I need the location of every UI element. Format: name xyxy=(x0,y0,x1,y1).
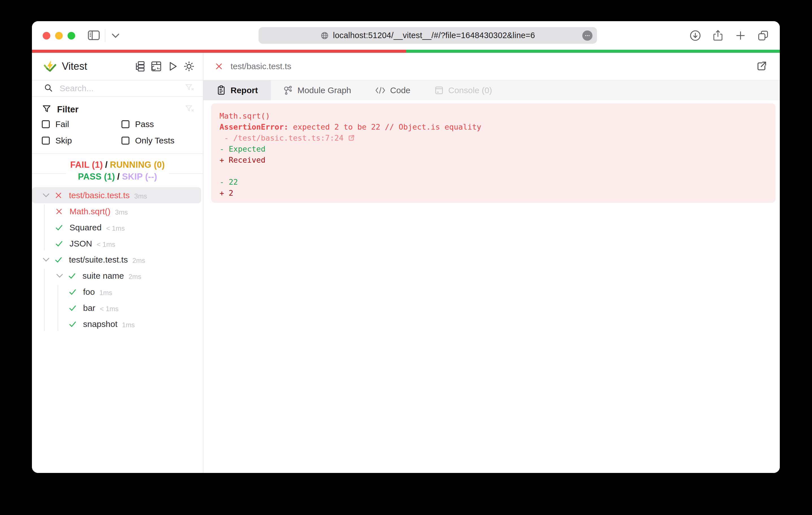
vitest-logo-icon xyxy=(43,60,57,73)
open-in-editor-icon[interactable] xyxy=(348,134,355,142)
filter-only-tests-checkbox[interactable]: Only Tests xyxy=(121,135,194,147)
tree-item-test[interactable]: foo 1ms xyxy=(32,284,203,300)
test-progress-bar xyxy=(32,50,780,53)
collapse-tree-icon[interactable] xyxy=(134,60,146,72)
chevron-down-icon[interactable] xyxy=(42,258,50,262)
checkbox-icon[interactable] xyxy=(121,120,129,128)
checkbox-icon[interactable] xyxy=(42,120,50,128)
tree-item-suite[interactable]: suite name 2ms xyxy=(32,268,203,284)
tree-item-file[interactable]: test/basic.test.ts 3ms xyxy=(32,187,201,203)
search-input[interactable] xyxy=(60,84,185,93)
filter-panel: Filter Fail Pass xyxy=(32,97,203,154)
page-settings-button[interactable] xyxy=(582,30,592,41)
minimize-window-button[interactable] xyxy=(55,32,63,39)
filter-pass-checkbox[interactable]: Pass xyxy=(121,118,194,130)
test-summary: FAIL (1)/RUNNING (0) PASS (1)/SKIP (--) xyxy=(32,154,203,187)
divider xyxy=(168,173,203,174)
view-tabs: Report Module Graph xyxy=(203,81,780,100)
tab-code[interactable]: Code xyxy=(363,81,423,100)
filter-icon xyxy=(42,104,51,115)
browser-window: localhost:51204/__vitest__/#/?file=16484… xyxy=(32,21,780,473)
theme-toggle-icon[interactable] xyxy=(183,60,195,72)
pass-icon xyxy=(68,320,78,328)
sidebar: Vitest xyxy=(32,53,203,473)
diff-expected-label: - Expected xyxy=(220,144,767,154)
error-report: Math.sqrt() AssertionError: expected 2 t… xyxy=(211,103,776,203)
url-text: localhost:51204/__vitest__/#/?file=16484… xyxy=(333,31,535,40)
open-in-editor-icon[interactable] xyxy=(755,60,767,72)
progress-fail-segment xyxy=(32,50,406,53)
globe-icon xyxy=(320,31,329,40)
close-window-button[interactable] xyxy=(43,32,50,39)
maximize-window-button[interactable] xyxy=(67,32,75,39)
code-icon xyxy=(375,86,386,95)
clear-filter-icon[interactable] xyxy=(185,104,194,115)
fail-icon xyxy=(54,208,64,215)
summary-line-2: PASS (1)/SKIP (--) xyxy=(78,172,157,182)
fail-icon xyxy=(54,191,63,199)
summary-line-1: FAIL (1)/RUNNING (0) xyxy=(70,160,165,170)
progress-pass-segment xyxy=(406,50,780,53)
checkbox-icon[interactable] xyxy=(42,137,50,145)
fail-icon xyxy=(215,62,223,70)
chevron-down-icon[interactable] xyxy=(55,274,64,278)
console-icon xyxy=(434,86,444,95)
tab-console[interactable]: Console (0) xyxy=(423,81,504,100)
chevron-down-icon[interactable] xyxy=(112,33,119,39)
tree-item-test[interactable]: Squared < 1ms xyxy=(32,219,203,236)
module-graph-icon xyxy=(283,85,293,95)
tab-overview-button[interactable] xyxy=(757,29,770,42)
checkbox-icon[interactable] xyxy=(121,137,129,145)
failed-test-name: Math.sqrt() xyxy=(220,111,767,121)
window-controls xyxy=(43,32,75,39)
tree-item-test[interactable]: bar < 1ms xyxy=(32,300,203,316)
pass-icon xyxy=(54,239,64,248)
tree-item-test[interactable]: Math.sqrt() 3ms xyxy=(32,203,203,219)
pass-icon xyxy=(54,223,64,232)
run-all-icon[interactable] xyxy=(167,60,179,72)
share-button[interactable] xyxy=(712,29,724,42)
tab-module-graph[interactable]: Module Graph xyxy=(271,81,363,100)
diff-expected-value: - 22 xyxy=(220,177,767,187)
app-title: Vitest xyxy=(62,60,87,72)
clear-search-icon[interactable] xyxy=(185,83,194,94)
pass-icon xyxy=(67,272,77,280)
blank-line xyxy=(220,165,767,177)
sidebar-header: Vitest xyxy=(32,53,203,81)
file-header: test/basic.test.ts xyxy=(203,53,780,81)
tree-item-file[interactable]: test/suite.test.ts 2ms xyxy=(32,251,203,268)
filter-title: Filter xyxy=(57,104,79,115)
filter-skip-checkbox[interactable]: Skip xyxy=(42,135,121,147)
chevron-down-icon[interactable] xyxy=(42,193,50,198)
test-tree: test/basic.test.ts 3ms Math.sqrt() 3ms S… xyxy=(32,187,203,332)
dashboard-icon[interactable] xyxy=(150,60,162,72)
report-view: Math.sqrt() AssertionError: expected 2 t… xyxy=(203,100,780,473)
divider xyxy=(32,173,66,174)
stack-frame-link[interactable]: - /test/basic.test.ts:7:24 xyxy=(220,132,767,144)
diff-received-label: + Received xyxy=(220,154,767,165)
browser-toolbar: localhost:51204/__vitest__/#/?file=16484… xyxy=(32,21,780,50)
report-icon xyxy=(216,85,226,95)
address-bar[interactable]: localhost:51204/__vitest__/#/?file=16484… xyxy=(259,27,597,44)
open-file-name: test/basic.test.ts xyxy=(231,62,291,71)
tree-item-test[interactable]: snapshot 1ms xyxy=(32,316,203,332)
downloads-button[interactable] xyxy=(689,29,702,42)
toolbar-divider xyxy=(105,29,106,42)
filter-fail-checkbox[interactable]: Fail xyxy=(42,118,121,130)
error-message-line: AssertionError: expected 2 to be 22 // O… xyxy=(220,121,767,132)
pass-icon xyxy=(68,288,78,296)
search-icon xyxy=(44,83,53,93)
search-row xyxy=(32,81,203,97)
diff-received-value: + 2 xyxy=(220,187,767,199)
pass-icon xyxy=(54,255,63,264)
new-tab-button[interactable] xyxy=(734,29,747,42)
main-panel: test/basic.test.ts xyxy=(203,53,780,473)
tree-item-test[interactable]: JSON < 1ms xyxy=(32,236,203,251)
pass-icon xyxy=(68,304,78,312)
tab-report[interactable]: Report xyxy=(203,81,271,100)
sidebar-toggle-icon[interactable] xyxy=(87,29,100,42)
